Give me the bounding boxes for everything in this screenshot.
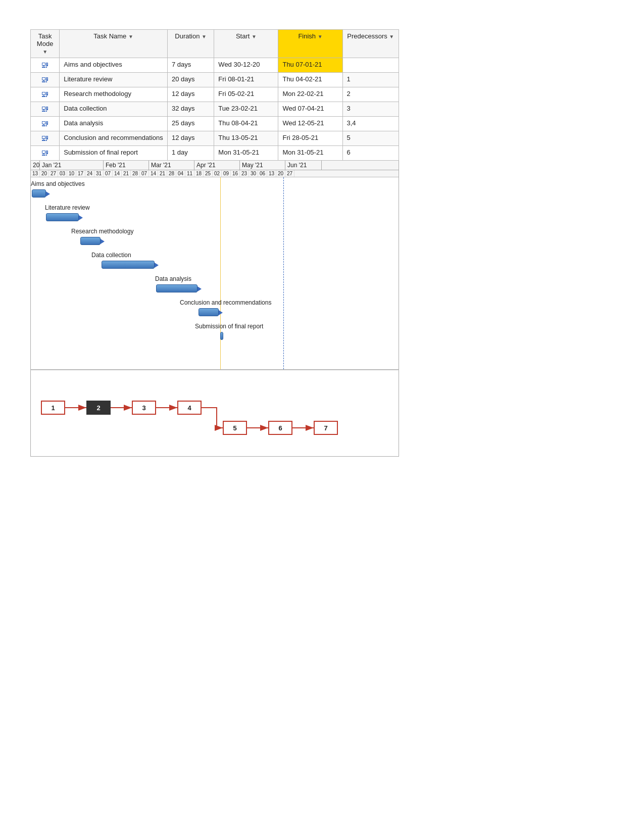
day-label: 27: [285, 170, 294, 177]
start-cell: Mon 31-05-21: [214, 146, 278, 161]
task-mode-icon: 🖳: [41, 134, 49, 142]
task-name-cell: Submission of final report: [60, 146, 168, 161]
network-node: 5: [223, 421, 247, 435]
month-label: Jan '21: [40, 161, 104, 170]
th-start[interactable]: Start ▼: [214, 30, 278, 58]
th-task-name[interactable]: Task Name ▼: [60, 30, 168, 58]
day-label: 28: [167, 170, 176, 177]
th-duration[interactable]: Duration ▼: [167, 30, 214, 58]
gantt-bar-label: Research methodology: [71, 228, 133, 235]
table-row: 🖳Research methodology12 daysFri 05-02-21…: [31, 87, 399, 102]
table-row: 🖳Aims and objectives7 daysWed 30-12-20Th…: [31, 58, 399, 73]
duration-cell: 12 days: [167, 131, 214, 146]
start-cell: Thu 13-05-21: [214, 131, 278, 146]
network-node: 2: [86, 401, 111, 415]
task-name-cell: Research methodology: [60, 87, 168, 102]
network-node: 4: [177, 401, 202, 415]
month-label: Mar '21: [149, 161, 194, 170]
gantt-bar: [156, 284, 197, 292]
th-finish[interactable]: Finish ▼: [278, 30, 342, 58]
day-label: 20: [40, 170, 49, 177]
gantt-bar-arrow: [155, 263, 159, 268]
task-mode-cell: 🖳: [31, 102, 60, 117]
finish-cell: Wed 12-05-21: [278, 117, 342, 131]
task-mode-cell: 🖳: [31, 131, 60, 146]
start-cell: Tue 23-02-21: [214, 102, 278, 117]
network-section: 1234567: [30, 370, 399, 457]
day-label: 18: [194, 170, 204, 177]
network-diagram: 1234567: [36, 380, 393, 446]
table-row: 🖳Literature review20 daysFri 08-01-21Thu…: [31, 73, 399, 87]
day-label: 17: [76, 170, 85, 177]
table-row: 🖳Submission of final report1 dayMon 31-0…: [31, 146, 399, 161]
day-label: 24: [85, 170, 94, 177]
day-label: 14: [113, 170, 122, 177]
predecessors-cell: 2: [342, 87, 399, 102]
month-header: 20Jan '21Feb '21Mar '21Apr '21May '21Jun…: [31, 161, 399, 170]
finish-cell: Mon 22-02-21: [278, 87, 342, 102]
day-label: 21: [122, 170, 131, 177]
task-mode-icon: 🖳: [41, 90, 49, 99]
day-label: 04: [176, 170, 185, 177]
task-name-cell: Data collection: [60, 102, 168, 117]
gantt-bar-arrow: [197, 286, 202, 291]
gantt-bar-label: Conclusion and recommendations: [180, 299, 271, 306]
finish-cell: Mon 31-05-21: [278, 146, 342, 161]
today-line-dashed: [283, 177, 284, 369]
task-mode-icon: 🖳: [41, 105, 49, 113]
th-task-mode[interactable]: TaskMode ▼: [31, 30, 60, 58]
th-predecessors[interactable]: Predecessors ▼: [342, 30, 399, 58]
today-line: [220, 177, 221, 369]
day-label: 09: [222, 170, 231, 177]
gantt-bar: [32, 189, 46, 198]
predecessors-cell: 3,4: [342, 117, 399, 131]
network-node: 1: [41, 401, 65, 415]
gantt-chart-section: 20Jan '21Feb '21Mar '21Apr '21May '21Jun…: [30, 161, 399, 370]
gantt-bar: [46, 213, 79, 221]
gantt-bar-arrow: [79, 215, 83, 220]
network-node: 3: [132, 401, 156, 415]
day-label: 25: [204, 170, 213, 177]
duration-cell: 32 days: [167, 102, 214, 117]
network-node: 6: [268, 421, 292, 435]
table-row: 🖳Data collection32 daysTue 23-02-21Wed 0…: [31, 102, 399, 117]
task-mode-cell: 🖳: [31, 146, 60, 161]
gantt-bar-label: Submission of final report: [195, 323, 263, 330]
gantt-bar-label: Aims and objectives: [31, 180, 85, 187]
start-cell: Fri 05-02-21: [214, 87, 278, 102]
day-label: 10: [67, 170, 76, 177]
table-row: 🖳Conclusion and recommendations12 daysTh…: [31, 131, 399, 146]
day-label: 02: [213, 170, 222, 177]
gantt-bar-label: Data collection: [91, 252, 131, 259]
day-label: 27: [49, 170, 58, 177]
start-cell: Thu 08-04-21: [214, 117, 278, 131]
start-cell: Fri 08-01-21: [214, 73, 278, 87]
day-label: 20: [276, 170, 285, 177]
day-label: 31: [94, 170, 104, 177]
gantt-bars-area: Aims and objectivesLiterature reviewRese…: [31, 177, 399, 369]
task-mode-icon: 🖳: [41, 119, 49, 128]
month-label: Apr '21: [194, 161, 240, 170]
gantt-bar: [220, 332, 223, 340]
gantt-table: TaskMode ▼ Task Name ▼ Duration ▼ Start …: [30, 29, 399, 161]
month-label: May '21: [240, 161, 285, 170]
day-label: 28: [131, 170, 140, 177]
gantt-bar-label: Data analysis: [155, 275, 191, 282]
day-label: 06: [258, 170, 267, 177]
finish-cell: Wed 07-04-21: [278, 102, 342, 117]
task-mode-cell: 🖳: [31, 58, 60, 73]
day-label: 07: [104, 170, 113, 177]
start-cell: Wed 30-12-20: [214, 58, 278, 73]
network-arrow: [202, 408, 223, 428]
task-mode-icon: 🖳: [41, 149, 49, 157]
gantt-bar: [80, 237, 101, 245]
day-label: 23: [240, 170, 249, 177]
task-mode-cell: 🖳: [31, 73, 60, 87]
task-mode-icon: 🖳: [41, 75, 49, 84]
duration-cell: 12 days: [167, 87, 214, 102]
predecessors-cell: [342, 58, 399, 73]
predecessors-cell: 5: [342, 131, 399, 146]
day-header: 1320270310172431071421280714212804111825…: [31, 170, 399, 177]
predecessors-cell: 6: [342, 146, 399, 161]
day-label: 07: [140, 170, 149, 177]
